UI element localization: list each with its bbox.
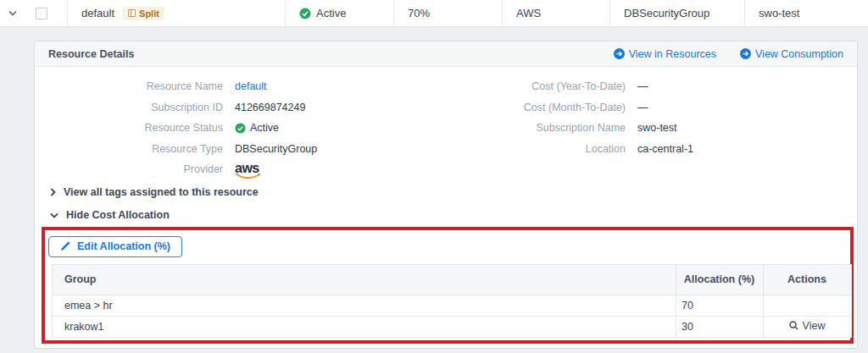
allocation-cell: 30	[676, 316, 764, 337]
field-subscription-id: Subscription ID 412669874249	[35, 97, 448, 119]
cost-allocation-highlight-box: Edit Allocation (%) Group Allocation (%)…	[42, 227, 854, 344]
chevron-right-icon	[50, 188, 56, 196]
view-allocation-label: View	[803, 320, 826, 332]
field-label: Subscription ID	[35, 102, 223, 113]
allocation-cell: 70	[676, 295, 764, 316]
hide-cost-allocation-toggle[interactable]: Hide Cost Allocation	[50, 208, 857, 223]
field-label: Cost (Month-To-Date)	[448, 102, 626, 113]
aws-smile-icon	[236, 173, 261, 179]
row-allocation-value: 70%	[408, 7, 430, 19]
split-badge: Split	[123, 7, 164, 20]
field-label: Cost (Year-To-Date)	[448, 80, 626, 92]
row-expand-chevron[interactable]	[0, 0, 25, 26]
actions-cell	[764, 295, 852, 316]
magnifier-icon	[789, 321, 798, 330]
row-checkbox-cell	[25, 0, 68, 26]
field-resource-type: Resource Type DBSecurityGroup	[35, 139, 448, 160]
view-in-resources-link[interactable]: View in Resources	[614, 48, 716, 60]
split-badge-label: Split	[139, 8, 159, 19]
cost-mtd-value: —	[637, 102, 648, 113]
field-label: Resource Name	[35, 80, 223, 92]
aws-logo: aws	[235, 162, 261, 179]
view-in-resources-label: View in Resources	[629, 48, 716, 60]
field-resource-status: Resource Status Active	[35, 118, 448, 139]
edit-allocation-button[interactable]: Edit Allocation (%)	[48, 236, 182, 257]
chevron-down-icon	[8, 10, 17, 16]
subscription-id-value: 412669874249	[235, 102, 305, 113]
group-column-header: Group	[53, 264, 676, 295]
check-circle-icon	[299, 8, 311, 19]
resource-details-panel: Resource Details View in Resources View …	[34, 41, 858, 349]
row-provider-cell: AWS	[503, 0, 610, 26]
row-allocation-cell: 70%	[394, 0, 503, 26]
allocation-table-header-row: Group Allocation (%) Actions	[53, 264, 852, 295]
allocation-table-row: emea > hr 70	[53, 295, 852, 316]
location-value: ca-central-1	[637, 143, 693, 155]
row-status-cell: Active	[286, 0, 394, 26]
arrow-circle-icon	[614, 48, 625, 59]
field-cost-mtd: Cost (Month-To-Date) —	[448, 97, 857, 119]
cost-ytd-value: —	[637, 80, 648, 92]
field-label: Resource Status	[35, 122, 223, 134]
subscription-name-value: swo-test	[637, 122, 677, 134]
field-resource-name: Resource Name default	[35, 76, 448, 97]
allocation-column-header: Allocation (%)	[676, 264, 764, 295]
row-provider-value: AWS	[516, 7, 541, 19]
resource-type-value: DBSecurityGroup	[235, 143, 317, 155]
panel-title: Resource Details	[48, 48, 134, 60]
split-icon	[128, 9, 136, 17]
field-label: Location	[448, 143, 626, 155]
field-subscription-name: Subscription Name swo-test	[448, 118, 857, 139]
field-label: Resource Type	[35, 143, 223, 155]
hide-cost-allocation-label: Hide Cost Allocation	[66, 209, 170, 221]
row-type-value: DBSecurityGroup	[624, 7, 709, 19]
field-provider: Provider aws	[35, 159, 448, 180]
actions-cell: View	[764, 316, 852, 337]
group-cell: krakow1	[53, 316, 676, 337]
resource-name-link[interactable]: default	[235, 80, 267, 92]
panel-header: Resource Details View in Resources View …	[35, 41, 857, 67]
field-label: Provider	[35, 163, 223, 175]
row-name-cell: default Split	[68, 0, 286, 26]
field-label: Subscription Name	[448, 122, 626, 134]
chevron-down-icon	[50, 212, 58, 218]
view-consumption-link[interactable]: View Consumption	[740, 48, 843, 60]
view-consumption-label: View Consumption	[755, 48, 843, 60]
resource-table-row[interactable]: default Split Active 70% AWS DBSecurityG…	[0, 0, 868, 27]
view-all-tags-label: View all tags assigned to this resource	[64, 186, 259, 198]
row-checkbox[interactable]	[36, 8, 47, 19]
row-resource-name: default	[81, 7, 114, 19]
detail-fields: Resource Name default Subscription ID 41…	[35, 67, 857, 180]
allocation-table-row: krakow1 30 View	[53, 316, 852, 337]
row-type-cell: DBSecurityGroup	[610, 0, 745, 26]
row-subscription-cell: swo-test	[745, 0, 868, 26]
group-cell: emea > hr	[53, 295, 676, 316]
view-all-tags-toggle[interactable]: View all tags assigned to this resource	[50, 185, 857, 200]
allocation-table: Group Allocation (%) Actions emea > hr 7…	[52, 264, 852, 338]
pencil-icon	[60, 241, 70, 251]
resource-status-value: Active	[250, 122, 279, 134]
arrow-circle-icon	[740, 48, 751, 59]
check-circle-icon	[235, 123, 246, 134]
view-allocation-button[interactable]: View	[789, 320, 826, 332]
edit-allocation-label: Edit Allocation (%)	[77, 240, 170, 252]
field-cost-ytd: Cost (Year-To-Date) —	[448, 76, 857, 97]
row-status-label: Active	[316, 7, 346, 19]
row-subscription-value: swo-test	[759, 7, 799, 19]
field-location: Location ca-central-1	[448, 139, 857, 160]
actions-column-header: Actions	[764, 264, 852, 295]
